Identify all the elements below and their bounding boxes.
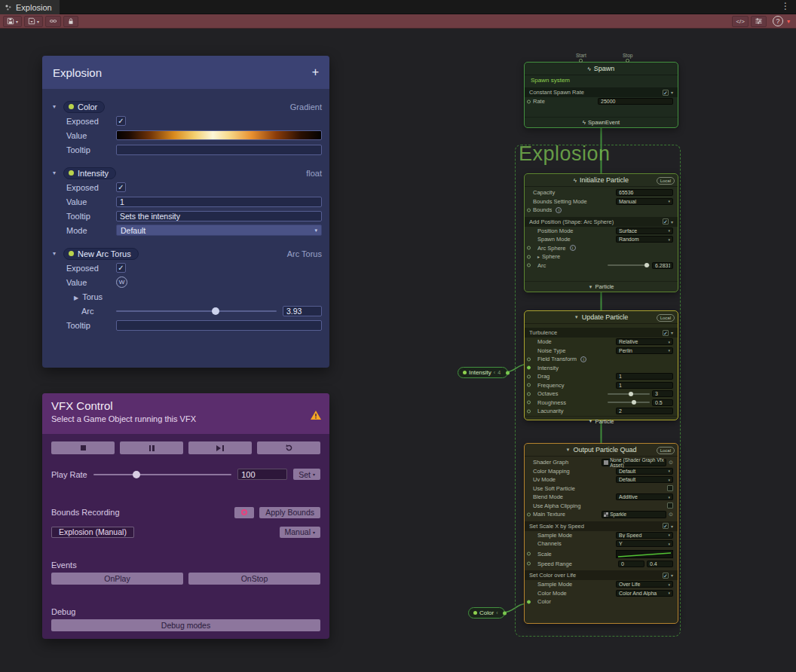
save-as-button[interactable]: ▾: [24, 16, 43, 27]
row-input[interactable]: 1: [616, 382, 673, 389]
slider-handle[interactable]: [133, 471, 140, 478]
record-bounds-button[interactable]: [234, 507, 254, 518]
output-port[interactable]: [503, 611, 507, 615]
local-space-badge[interactable]: Local: [657, 447, 675, 454]
parameter-node-intensity[interactable]: Intensity ‹ 4: [458, 367, 508, 378]
collapse-icon[interactable]: ▾: [671, 573, 673, 578]
property-pill[interactable]: Color: [63, 101, 105, 113]
input-port[interactable]: [527, 552, 531, 556]
row-dropdown[interactable]: Relative▾: [616, 338, 673, 345]
exposed-checkbox[interactable]: ✓: [116, 116, 126, 126]
collapse-icon[interactable]: ▾: [671, 524, 673, 529]
torus-foldout-row[interactable]: ▶Torus: [42, 289, 329, 304]
range-min-input[interactable]: 0: [618, 561, 644, 567]
object-picker-icon[interactable]: ⊙: [669, 512, 673, 518]
node-section-constant-spawn-rate[interactable]: Constant Spawn Rate ✓ ▾: [525, 87, 678, 97]
output-port[interactable]: [506, 371, 510, 374]
property-pill[interactable]: Intensity: [63, 167, 116, 179]
node-section-turbulence[interactable]: Turbulence✓▾: [525, 328, 678, 338]
row-checkbox[interactable]: [667, 502, 673, 509]
section-checkbox[interactable]: ✓: [663, 218, 669, 225]
world-space-badge[interactable]: W: [116, 276, 127, 288]
chevron-down-icon[interactable]: ▾: [53, 250, 63, 257]
row-dropdown[interactable]: Surface▾: [616, 228, 673, 234]
tab-explosion[interactable]: Explosion: [0, 0, 60, 14]
section-checkbox[interactable]: ✓: [663, 90, 669, 96]
node-spawn[interactable]: Start Stop ϟ Spawn Spawn system Constant…: [524, 62, 678, 128]
node-output-particle-quad[interactable]: ▼ Output Particle Quad Local Shader Grap…: [524, 443, 678, 624]
tooltip-input[interactable]: [116, 320, 322, 331]
node-update-particle[interactable]: ▼ Update Particle Local Turbulence✓▾Mode…: [524, 310, 678, 420]
input-port[interactable]: [527, 392, 531, 396]
node-section-set-color-over-life[interactable]: Set Color over Life✓▾: [525, 570, 678, 580]
value-input[interactable]: 1: [116, 197, 322, 207]
input-port[interactable]: [527, 512, 531, 516]
graph-settings-button[interactable]: [751, 16, 767, 27]
section-checkbox[interactable]: ✓: [663, 523, 669, 529]
row-dropdown[interactable]: By Speed▾: [616, 532, 673, 539]
row-dropdown[interactable]: Default▾: [616, 476, 673, 483]
bounds-mode-dropdown[interactable]: Manual ▾: [280, 527, 320, 538]
property-color[interactable]: ▾ Color Gradient: [42, 99, 329, 114]
help-button[interactable]: ?: [773, 16, 783, 26]
node-title[interactable]: ϟ Initialize Particle Local: [525, 174, 678, 187]
row-slider[interactable]: [608, 402, 650, 403]
input-port[interactable]: [527, 99, 531, 103]
play-rate-input[interactable]: 100: [237, 469, 287, 480]
blackboard-panel[interactable]: Explosion + ▾ Color Gradient Exposed ✓ V…: [42, 56, 329, 368]
set-rate-button[interactable]: Set ▾: [293, 469, 320, 480]
row-dropdown[interactable]: Additive▾: [616, 493, 673, 500]
input-port[interactable]: [527, 600, 531, 603]
pause-button[interactable]: [120, 441, 183, 454]
exposed-checkbox[interactable]: ✓: [116, 182, 126, 192]
foldout-icon[interactable]: ▶: [74, 295, 78, 301]
slider-handle[interactable]: [644, 263, 649, 267]
row-dropdown[interactable]: Perlin▾: [616, 347, 673, 354]
property-pill[interactable]: New Arc Torus: [63, 248, 139, 260]
section-checkbox[interactable]: ✓: [663, 573, 669, 579]
apply-bounds-button[interactable]: Apply Bounds: [259, 507, 320, 518]
slider-value-input[interactable]: 3: [652, 390, 673, 397]
onplay-button[interactable]: OnPlay: [51, 573, 183, 585]
node-section-add-position-shape-arc-sphere[interactable]: Add Position (Shape: Arc Sphere)✓▾: [525, 217, 678, 227]
slider-handle[interactable]: [212, 307, 219, 315]
onstop-button[interactable]: OnStop: [188, 573, 320, 585]
object-field[interactable]: Sparkle: [602, 511, 666, 518]
input-port[interactable]: [527, 246, 531, 250]
save-button[interactable]: ▾: [3, 16, 22, 27]
stop-button[interactable]: [51, 441, 115, 454]
row-input[interactable]: 65536: [616, 189, 673, 196]
link-button[interactable]: [45, 16, 61, 27]
row-input[interactable]: 1: [616, 373, 673, 380]
input-port[interactable]: [527, 366, 531, 370]
particle-output-port[interactable]: ▼ Particle: [525, 281, 678, 292]
foldout-icon[interactable]: ▸: [537, 254, 540, 259]
parameter-node-color[interactable]: Color ‹: [468, 607, 505, 619]
row-dropdown[interactable]: Over Life▾: [616, 581, 673, 588]
property-intensity[interactable]: ▾ Intensity float: [42, 166, 329, 180]
range-max-input[interactable]: 0.4: [647, 561, 673, 567]
mode-dropdown[interactable]: Default ▾: [116, 225, 322, 236]
node-section-set-scale-x-by-speed[interactable]: Set Scale X by Speed✓▾: [525, 521, 678, 531]
node-title[interactable]: ϟ Spawn: [525, 63, 678, 75]
debug-modes-button[interactable]: Debug modes: [51, 619, 320, 631]
input-port[interactable]: [527, 374, 531, 378]
play-rate-slider[interactable]: [93, 474, 232, 475]
local-space-badge[interactable]: Local: [657, 314, 675, 322]
local-space-badge[interactable]: Local: [657, 177, 675, 185]
vfx-control-header[interactable]: VFX Control Select a Game Object running…: [42, 393, 329, 434]
row-dropdown[interactable]: Y▾: [616, 540, 673, 547]
section-checkbox[interactable]: ✓: [663, 330, 669, 336]
attached-effect-button[interactable]: Explosion (Manual): [51, 527, 134, 538]
lock-button[interactable]: [63, 16, 78, 27]
show-code-button[interactable]: </>: [732, 16, 749, 27]
step-button[interactable]: [188, 441, 252, 454]
particle-output-port[interactable]: ▼ Particle: [525, 416, 678, 426]
input-port[interactable]: [527, 255, 531, 258]
row-dropdown[interactable]: Random▾: [616, 236, 673, 243]
input-port[interactable]: [527, 401, 531, 405]
node-initialize-particle[interactable]: ϟ Initialize Particle Local Capacity6553…: [524, 173, 678, 292]
rate-input[interactable]: 25000: [598, 98, 673, 105]
input-port[interactable]: [527, 357, 531, 361]
stop-flow-port[interactable]: Stop: [623, 53, 632, 63]
